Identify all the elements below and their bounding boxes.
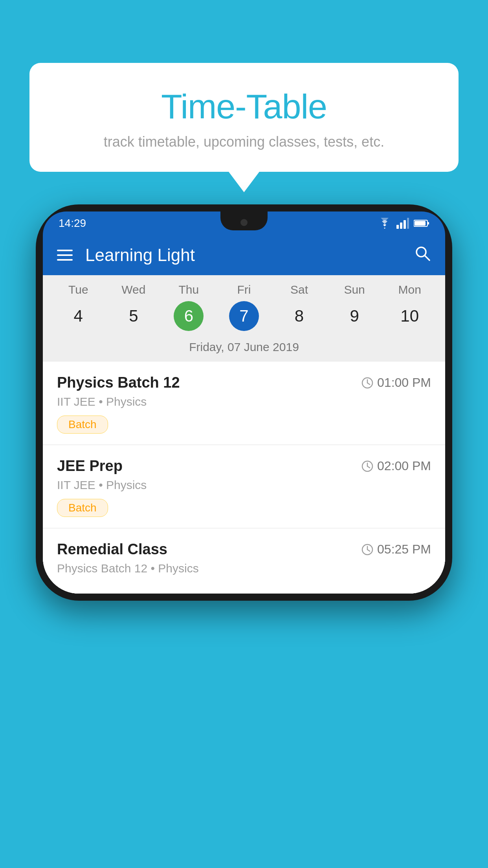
day-number: 7 — [229, 301, 259, 331]
schedule-item[interactable]: Physics Batch 12 01:00 PMIIT JEE • Physi… — [43, 362, 445, 445]
clock-icon — [361, 544, 373, 555]
svg-rect-3 — [407, 218, 409, 229]
item-time: 02:00 PM — [361, 459, 431, 473]
day-col[interactable]: Thu6 — [163, 283, 214, 335]
phone-screen: Learning Light Tue4Wed5Thu6Fri7Sat8Sun9M… — [43, 235, 445, 594]
notch — [220, 211, 268, 230]
item-title: Remedial Class — [57, 541, 167, 558]
day-name: Sat — [290, 283, 308, 296]
clock-icon — [361, 460, 373, 472]
item-title: JEE Prep — [57, 458, 123, 474]
selected-date-label: Friday, 07 June 2019 — [43, 335, 445, 362]
phone-mockup: 14:29 — [36, 204, 452, 601]
day-number: 8 — [284, 301, 314, 331]
day-number: 4 — [63, 301, 93, 331]
svg-line-17 — [367, 550, 370, 551]
days-row: Tue4Wed5Thu6Fri7Sat8Sun9Mon10 — [43, 283, 445, 335]
clock-icon — [361, 377, 373, 389]
day-col[interactable]: Sun9 — [329, 283, 380, 335]
hamburger-line-3 — [57, 259, 73, 261]
day-number: 10 — [395, 301, 425, 331]
schedule-item[interactable]: JEE Prep 02:00 PMIIT JEE • PhysicsBatch — [43, 445, 445, 528]
wifi-icon — [378, 218, 392, 229]
item-subtitle: IIT JEE • Physics — [57, 395, 431, 408]
day-name: Fri — [237, 283, 251, 296]
svg-line-11 — [367, 383, 370, 384]
svg-rect-5 — [427, 222, 429, 224]
app-bar: Learning Light — [43, 235, 445, 275]
batch-badge: Batch — [57, 499, 108, 517]
signal-icon — [396, 218, 409, 229]
day-name: Mon — [398, 283, 421, 296]
schedule-item-header: JEE Prep 02:00 PM — [57, 458, 431, 474]
schedule-list: Physics Batch 12 01:00 PMIIT JEE • Physi… — [43, 362, 445, 594]
schedule-item-header: Physics Batch 12 01:00 PM — [57, 374, 431, 391]
hamburger-line-2 — [57, 254, 73, 256]
status-bar: 14:29 — [43, 211, 445, 235]
speech-bubble: Time-Table track timetable, upcoming cla… — [29, 63, 459, 172]
day-col[interactable]: Fri7 — [218, 283, 270, 335]
svg-rect-0 — [396, 225, 399, 229]
status-time: 14:29 — [59, 217, 86, 230]
day-name: Thu — [179, 283, 199, 296]
schedule-item-header: Remedial Class 05:25 PM — [57, 541, 431, 558]
schedule-item[interactable]: Remedial Class 05:25 PMPhysics Batch 12 … — [43, 528, 445, 594]
calendar-strip: Tue4Wed5Thu6Fri7Sat8Sun9Mon10 Friday, 07… — [43, 275, 445, 362]
day-name: Wed — [121, 283, 145, 296]
hamburger-menu-icon[interactable] — [57, 250, 73, 261]
item-title: Physics Batch 12 — [57, 374, 180, 391]
app-title: Learning Light — [85, 245, 414, 265]
svg-rect-1 — [400, 223, 402, 229]
item-subtitle: Physics Batch 12 • Physics — [57, 562, 431, 575]
day-col[interactable]: Mon10 — [384, 283, 435, 335]
svg-rect-2 — [404, 220, 406, 229]
bubble-subtitle: track timetable, upcoming classes, tests… — [45, 134, 443, 150]
batch-badge: Batch — [57, 416, 108, 434]
hamburger-line-1 — [57, 250, 73, 251]
search-button[interactable] — [414, 245, 431, 266]
day-name: Sun — [344, 283, 365, 296]
battery-icon — [414, 219, 429, 228]
svg-rect-6 — [415, 221, 426, 226]
day-col[interactable]: Sat8 — [274, 283, 325, 335]
day-number: 6 — [174, 301, 204, 331]
day-name: Tue — [68, 283, 88, 296]
phone-outer: 14:29 — [36, 204, 452, 601]
item-time: 01:00 PM — [361, 375, 431, 390]
camera-dot — [240, 219, 248, 226]
item-time: 05:25 PM — [361, 542, 431, 557]
day-number: 9 — [339, 301, 369, 331]
speech-bubble-container: Time-Table track timetable, upcoming cla… — [29, 63, 459, 172]
svg-line-14 — [367, 466, 370, 468]
day-col[interactable]: Wed5 — [108, 283, 159, 335]
svg-line-8 — [425, 256, 429, 260]
item-subtitle: IIT JEE • Physics — [57, 478, 431, 492]
day-col[interactable]: Tue4 — [53, 283, 104, 335]
status-icons — [378, 218, 429, 229]
bubble-title: Time-Table — [45, 86, 443, 127]
day-number: 5 — [119, 301, 149, 331]
